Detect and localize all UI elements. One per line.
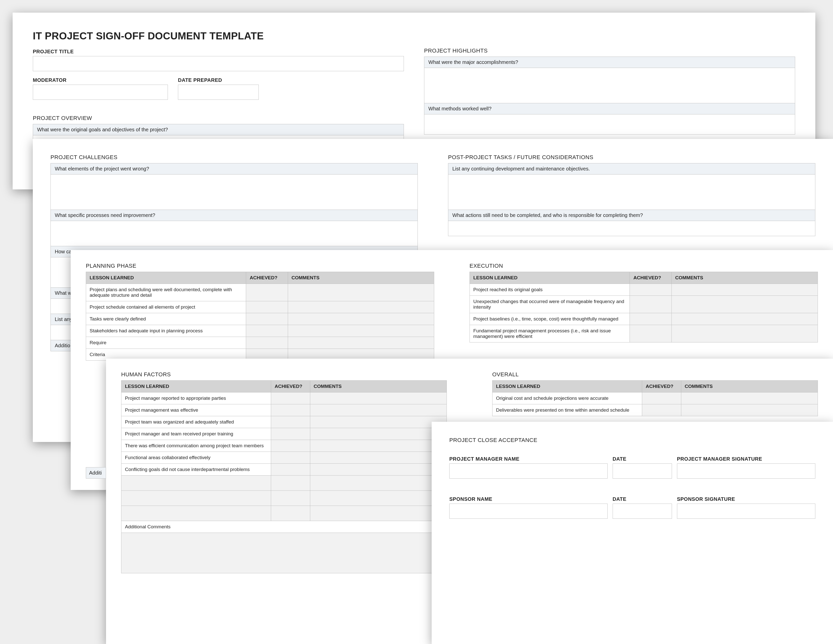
cell-achieved[interactable] — [271, 491, 310, 506]
cell-achieved[interactable] — [642, 404, 681, 416]
label-pm-name: PROJECT MANAGER NAME — [449, 456, 608, 462]
cell-comments[interactable] — [671, 313, 818, 325]
challenges-a1[interactable] — [50, 174, 418, 210]
cell-lesson: Project schedule contained all elements … — [86, 301, 246, 313]
input-sponsor-sig[interactable] — [677, 504, 815, 519]
label-date-prepared: DATE PREPARED — [178, 77, 259, 83]
cell-achieved[interactable] — [271, 452, 310, 464]
table-row — [121, 475, 447, 491]
input-project-title[interactable] — [33, 56, 404, 71]
cell-lesson: Fundamental project management processes… — [470, 325, 630, 343]
table-row — [121, 491, 447, 506]
label-project-title: PROJECT TITLE — [33, 49, 404, 55]
input-additional-comments[interactable] — [121, 533, 447, 573]
cell-achieved[interactable] — [630, 313, 671, 325]
cell-comments[interactable] — [310, 475, 447, 491]
cell-comments[interactable] — [310, 428, 447, 440]
cell-achieved[interactable] — [271, 404, 310, 416]
cell-achieved[interactable] — [246, 325, 288, 337]
table-row: Project reached its original goals — [470, 284, 818, 296]
input-sponsor-date[interactable] — [613, 504, 672, 519]
cell-achieved[interactable] — [246, 337, 288, 349]
cell-achieved[interactable] — [630, 296, 671, 313]
cell-achieved[interactable] — [246, 313, 288, 325]
cell-lesson: Project reached its original goals — [470, 284, 630, 296]
highlights-a1[interactable] — [424, 68, 795, 103]
table-row: Fundamental project management processes… — [470, 325, 818, 343]
input-moderator[interactable] — [33, 85, 168, 100]
cell-lesson: Deliverables were presented on time with… — [492, 404, 642, 416]
table-row: There was efficient communication among … — [121, 440, 447, 452]
cell-comments[interactable] — [310, 506, 447, 521]
cell-comments[interactable] — [310, 464, 447, 475]
cell-comments[interactable] — [671, 296, 818, 313]
cell-lesson: Stakeholders had adequate input in plann… — [86, 325, 246, 337]
th-comments: COMMENTS — [681, 381, 818, 393]
table-row: Project team was organized and adequatel… — [121, 416, 447, 428]
cell-lesson: Project plans and scheduling were well d… — [86, 284, 246, 301]
cell-comments[interactable] — [288, 325, 434, 337]
input-pm-sig[interactable] — [677, 464, 815, 478]
cell-comments[interactable] — [288, 301, 434, 313]
cell-comments[interactable] — [310, 452, 447, 464]
cell-comments[interactable] — [310, 440, 447, 452]
table-overall: LESSON LEARNED ACHIEVED? COMMENTS Origin… — [492, 380, 818, 416]
input-sponsor-name[interactable] — [449, 504, 608, 519]
cell-comments[interactable] — [310, 491, 447, 506]
cell-achieved[interactable] — [271, 506, 310, 521]
challenges-q2: What specific processes need improvement… — [50, 210, 418, 221]
label-moderator: MODERATOR — [33, 77, 168, 83]
post-a1[interactable] — [448, 174, 815, 210]
input-pm-name[interactable] — [449, 464, 608, 478]
highlights-q2: What methods worked well? — [424, 103, 795, 114]
table-row: Unexpected changes that occurred were of… — [470, 296, 818, 313]
input-pm-date[interactable] — [613, 464, 672, 478]
cell-comments[interactable] — [288, 284, 434, 301]
cell-lesson[interactable] — [121, 506, 271, 521]
cell-achieved[interactable] — [642, 393, 681, 404]
cell-comments[interactable] — [310, 404, 447, 416]
cell-lesson: Project baselines (i.e., time, scope, co… — [470, 313, 630, 325]
cell-achieved[interactable] — [271, 428, 310, 440]
peek-additi: Additi — [86, 467, 106, 478]
post-a2[interactable] — [448, 221, 815, 236]
cell-achieved[interactable] — [271, 416, 310, 428]
th-comments: COMMENTS — [310, 381, 447, 393]
doc-title: IT PROJECT SIGN-OFF DOCUMENT TEMPLATE — [33, 30, 404, 42]
cell-lesson[interactable] — [121, 475, 271, 491]
cell-achieved[interactable] — [271, 393, 310, 404]
cell-comments[interactable] — [310, 416, 447, 428]
cell-comments[interactable] — [288, 337, 434, 349]
cell-achieved[interactable] — [271, 440, 310, 452]
table-planning: LESSON LEARNED ACHIEVED? COMMENTS Projec… — [86, 272, 434, 361]
cell-achieved[interactable] — [246, 301, 288, 313]
input-date-prepared[interactable] — [178, 85, 259, 100]
challenges-a2[interactable] — [50, 221, 418, 246]
table-human-additional: Additional Comments — [121, 521, 447, 573]
table-row: Deliverables were presented on time with… — [492, 404, 818, 416]
cell-comments[interactable] — [671, 284, 818, 296]
table-human: LESSON LEARNED ACHIEVED? COMMENTS Projec… — [121, 380, 447, 521]
cell-comments[interactable] — [681, 404, 818, 416]
highlights-a2[interactable] — [424, 114, 795, 135]
cell-lesson[interactable] — [121, 491, 271, 506]
cell-comments[interactable] — [310, 393, 447, 404]
cell-lesson: Project manager reported to appropriate … — [121, 393, 271, 404]
cell-comments[interactable] — [671, 325, 818, 343]
cell-achieved[interactable] — [630, 284, 671, 296]
cell-lesson: Require — [86, 337, 246, 349]
table-row: Conflicting goals did not cause interdep… — [121, 464, 447, 475]
cell-achieved[interactable] — [271, 464, 310, 475]
cell-achieved[interactable] — [630, 325, 671, 343]
cell-comments[interactable] — [681, 393, 818, 404]
cell-achieved[interactable] — [246, 284, 288, 301]
cell-lesson: There was efficient communication among … — [121, 440, 271, 452]
cell-achieved[interactable] — [271, 475, 310, 491]
table-row: Project schedule contained all elements … — [86, 301, 434, 313]
cell-comments[interactable] — [288, 313, 434, 325]
th-lesson: LESSON LEARNED — [470, 272, 630, 284]
heading-planning: PLANNING PHASE — [86, 262, 434, 269]
table-row: Project manager and team received proper… — [121, 428, 447, 440]
cell-lesson: Conflicting goals did not cause interdep… — [121, 464, 271, 475]
heading-execution: EXECUTION — [470, 262, 818, 269]
